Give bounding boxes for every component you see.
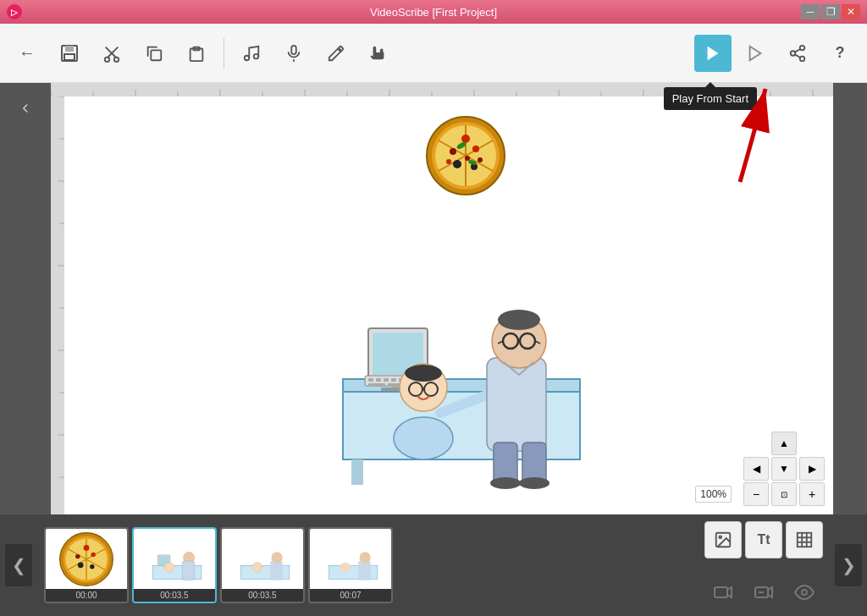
scroll-down-button[interactable]: ▼ xyxy=(771,457,797,481)
svg-point-118 xyxy=(91,552,95,556)
right-toolbar-bottom xyxy=(704,575,823,609)
add-text-button[interactable]: Tt xyxy=(745,521,782,558)
svg-point-108 xyxy=(490,477,521,489)
svg-point-61 xyxy=(450,148,456,155)
svg-point-120 xyxy=(90,564,94,569)
svg-point-66 xyxy=(446,159,451,164)
canvas-area[interactable]: 100% ▲ ◀ ▼ ▶ − ⊡ + xyxy=(51,83,833,514)
svg-rect-72 xyxy=(351,459,363,485)
timeline-thumb-2 xyxy=(222,529,303,589)
pen-button[interactable] xyxy=(318,35,355,72)
zoom-in-button[interactable]: + xyxy=(799,482,825,506)
zoom-nav-row: ◀ ▼ ▶ xyxy=(743,457,825,481)
timeline-items: 00:00 00:03.5 xyxy=(37,514,694,616)
music-button[interactable] xyxy=(233,35,270,72)
timeline-thumb-1 xyxy=(134,529,215,589)
hand-button[interactable] xyxy=(360,35,397,72)
timeline-label-2: 00:03.5 xyxy=(222,589,303,602)
timeline-thumb-0 xyxy=(46,529,127,589)
svg-point-100 xyxy=(498,310,540,330)
people-illustration xyxy=(292,210,605,489)
svg-point-60 xyxy=(461,135,470,143)
svg-point-134 xyxy=(360,552,371,563)
add-image-button[interactable] xyxy=(704,521,742,558)
zoom-out-button[interactable]: − xyxy=(743,482,769,506)
minimize-button[interactable]: ─ xyxy=(801,4,820,19)
svg-rect-126 xyxy=(182,561,194,580)
svg-point-11 xyxy=(254,53,259,58)
paste-button[interactable] xyxy=(178,35,215,72)
help-button[interactable]: ? xyxy=(821,35,859,72)
svg-point-145 xyxy=(802,590,807,595)
pizza-illustration xyxy=(423,113,508,198)
timeline-item-1[interactable]: 00:03.5 xyxy=(132,527,217,603)
svg-point-117 xyxy=(75,553,80,558)
right-sidebar xyxy=(833,83,867,514)
timeline-next-button[interactable]: ❯ xyxy=(835,544,862,586)
window-controls: ─ ❐ ✕ xyxy=(801,4,860,19)
titlebar: ▷ VideoScribe [First Project] ─ ❐ ✕ xyxy=(0,0,867,24)
zoom-percentage-label: 100% xyxy=(695,486,732,503)
play-from-start-button[interactable] xyxy=(694,35,732,72)
copy-button[interactable] xyxy=(135,35,173,72)
timeline-thumb-3 xyxy=(310,529,391,589)
timeline-item-2[interactable]: 00:03.5 xyxy=(220,527,305,603)
toolbar-separator-1 xyxy=(224,38,224,69)
svg-rect-79 xyxy=(368,378,373,382)
timeline-prev-button[interactable]: ❮ xyxy=(5,544,32,586)
zoom-fit-button[interactable]: ⊡ xyxy=(771,482,797,506)
voice-button[interactable] xyxy=(275,35,312,72)
svg-rect-142 xyxy=(715,587,727,597)
timeline-item-0[interactable]: 00:00 xyxy=(44,527,129,603)
video-clip-button-1[interactable] xyxy=(704,575,742,609)
add-chart-button[interactable] xyxy=(786,521,823,558)
svg-rect-129 xyxy=(270,561,282,580)
svg-point-63 xyxy=(453,160,461,168)
cut-button[interactable] xyxy=(93,35,130,72)
close-button[interactable]: ✕ xyxy=(842,4,860,19)
svg-point-18 xyxy=(800,56,805,61)
left-sidebar xyxy=(0,83,51,514)
timeline-label-1: 00:03.5 xyxy=(134,589,215,602)
zoom-controls: ▲ ◀ ▼ ▶ − ⊡ + xyxy=(743,432,825,506)
svg-point-90 xyxy=(394,417,453,459)
nav-back-button[interactable] xyxy=(8,91,42,125)
visibility-button[interactable] xyxy=(786,575,823,609)
canvas-content: 100% ▲ ◀ ▼ ▶ − ⊡ + xyxy=(64,96,833,514)
illustration-container: 100% ▲ ◀ ▼ ▶ − ⊡ + xyxy=(64,96,833,514)
timeline-right-nav: ❯ xyxy=(830,514,867,616)
svg-point-92 xyxy=(405,365,442,382)
svg-point-67 xyxy=(478,157,483,162)
svg-marker-14 xyxy=(708,46,719,60)
timeline: ❮ 00:00 xyxy=(0,514,867,616)
timeline-label-0: 00:00 xyxy=(46,589,127,602)
window-title: VideoScribe [First Project] xyxy=(370,6,497,19)
scroll-right-button[interactable]: ▶ xyxy=(799,457,825,481)
svg-point-136 xyxy=(719,536,721,538)
right-toolbar-top: Tt xyxy=(704,521,823,558)
svg-rect-81 xyxy=(384,378,389,382)
timeline-right-panel: Tt xyxy=(694,514,830,616)
svg-rect-1 xyxy=(65,46,74,52)
ruler-left xyxy=(51,96,64,514)
timeline-item-3[interactable]: 00:07 xyxy=(308,527,393,603)
share-button[interactable] xyxy=(779,35,816,72)
save-button[interactable] xyxy=(51,35,88,72)
back-button[interactable]: ← xyxy=(8,35,46,72)
svg-rect-22 xyxy=(51,83,833,96)
restore-button[interactable]: ❐ xyxy=(821,4,840,19)
toolbar: ← xyxy=(0,24,867,83)
svg-point-130 xyxy=(272,552,283,563)
svg-marker-15 xyxy=(750,46,761,60)
scroll-up-button[interactable]: ▲ xyxy=(771,432,797,455)
svg-rect-133 xyxy=(358,561,370,580)
svg-point-128 xyxy=(252,562,262,572)
svg-point-17 xyxy=(791,51,796,56)
zoom-buttons-row: − ⊡ + xyxy=(743,482,825,506)
app-icon: ▷ xyxy=(7,4,22,19)
video-clip-button-2[interactable] xyxy=(745,575,782,609)
svg-line-5 xyxy=(106,47,117,58)
svg-point-10 xyxy=(245,55,250,60)
play-button[interactable] xyxy=(737,35,774,72)
scroll-left-button[interactable]: ◀ xyxy=(743,457,769,481)
